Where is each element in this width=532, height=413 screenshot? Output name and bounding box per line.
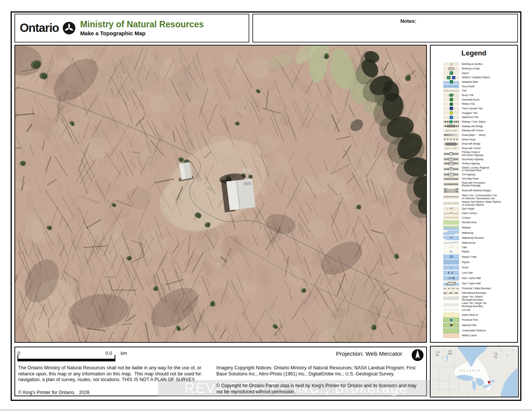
legend-label: Greenbelt Route [462,98,480,101]
road-tunnel-symbol-icon [443,147,459,150]
parcel-copyright-text: © Copyright for Ontario Parcel data is h… [216,383,423,395]
legend-item: Lock Gate [443,271,515,275]
legend-item: Bruce Trail [443,93,515,97]
inset-label-ontario: ONTARIO [460,369,481,372]
legend-item: Road with Tunnel [443,147,515,150]
prov-bdy-symbol-icon [443,287,459,290]
legend-item: 7Primary, Kings or 400 Series Highway [443,151,515,156]
legend-item: ≈Falls [443,245,515,249]
legend-item: 28District, County, Regional or Municipa… [443,166,515,172]
greenbelt-symbol-icon [443,98,459,101]
notes-label: Notes: [400,18,416,24]
legend-item: Rideau Trail [443,102,515,106]
legend-label: Falls [462,246,467,249]
trail-symbol-icon [443,89,459,93]
legend-label: District, County, Regional or Municipal … [462,166,489,172]
index-contour-symbol-icon: 200 [443,211,459,215]
legend-label: Railway with Bridge [462,125,483,128]
inset-label-ca-qc: CA [494,352,497,355]
legend-item: International Boundary [443,291,515,295]
road-bridge-symbol-icon [443,142,459,146]
cons-reserve-symbol-icon [443,328,459,333]
legend-item: Lower Tier \ Single Tier Municipal Bound… [443,302,515,307]
legend-item: Contour [443,216,515,219]
legend-item: Provincial \ State Boundary [443,287,515,290]
legend-item: Dam \ Hydro Wall [443,276,515,281]
legend-label: Rapids [462,261,469,264]
topographic-map-page: Ontario Ministry of Natural Resources Ma… [0,0,532,413]
legend-item: Road with Permanent Blocked Passage [443,181,515,187]
page-edge-line [0,410,532,410]
hwy-district-symbol-icon: 28 [443,167,459,171]
contour-symbol-icon [443,216,459,219]
wb-elev-symbol-icon: 178 [443,236,459,240]
legend-item: Dam \ Hydro Wall [443,281,515,286]
legend-label: Road with Address Ranges [462,189,491,192]
legend-label: Bruce Trail [462,94,474,97]
legend-item: Building to Scale [443,67,515,71]
prov-park-symbol-icon [443,318,459,322]
rapids-falls-symbol-icon [443,254,459,259]
legend-label: Provincial Park [462,318,478,322]
legend-item: Conservation Reserve [443,328,515,333]
lock-gate-symbol-icon [443,271,459,275]
legend-item: Trail [443,89,515,93]
legend-item: Wetland [443,225,515,230]
legend-label: Contour [462,216,471,219]
legend-label: Building to Scale [462,67,480,70]
upper-bdy-symbol-icon [443,296,459,300]
rail-bridge-symbol-icon [443,124,459,128]
winter-road-symbol-icon [443,137,459,141]
aerial-imagery-map [15,46,426,342]
legend-item: Indian Reserve [443,313,515,317]
legend-label: International Boundary [462,292,486,295]
road-major-symbol-icon [443,133,459,137]
bld-scale-symbol-icon [443,67,459,71]
legend-item: Provincial Park [443,318,515,322]
addr-symbol-icon: 600500421491 [443,188,459,194]
spot-symbol-icon: 368 [443,207,459,211]
legend-label: Road (Major → Minor) [462,134,486,137]
legend-label: Index Contour [462,212,477,215]
legend-item: Rocks [443,265,515,270]
legend-item: Road (Major → Minor) [443,133,515,137]
legend-label: Waterbody [462,232,474,235]
legend-label: Voyageur Trail [462,112,477,115]
legend-label: Trans Canada Trail [462,107,482,110]
legend-label: Wetland [462,226,471,229]
lot-line-symbol-icon [443,308,459,312]
legend-label: Rideau Trail [462,102,475,106]
intl-bdy-symbol-icon [443,291,459,295]
hwy-toll-symbol-icon: 407 [443,173,459,177]
rail-tunnel-symbol-icon [443,129,459,132]
dam1-symbol-icon [443,276,459,281]
waterfront-symbol-icon [443,115,459,119]
svg-text:MB: MB [448,352,452,355]
legend-label: Lower Tier \ Single Tier Municipal Bound… [462,302,486,307]
pipeline-symbol-icon [443,202,459,205]
legend-label: Trail [462,89,466,92]
tct-symbol-icon [443,107,459,110]
legend-item: 178Waterbody Elevation [443,236,515,240]
legend-item: Waterbody [443,230,515,235]
falls-symbol-icon: ≈ [443,245,459,249]
legend-label: Waterfront Trail [462,116,478,119]
oneway-symbol-icon: → [443,177,459,181]
wooded-symbol-icon [443,220,459,225]
legend-label: Waterbody Elevation [462,236,484,240]
legend-label: Primary, Kings or 400 Series Highway [462,151,483,156]
legend-item: →One Way Road [443,177,515,181]
legend-label: Lot Line [462,309,471,312]
legend-item: Voyageur Trail [443,111,515,115]
voyageur-symbol-icon [443,111,459,115]
header-titles: Ministry of Natural Resources Make a Top… [80,20,204,36]
wetland-symbol-icon [443,225,459,230]
legend-label: Dam \ Hydro Wall [462,282,481,285]
legend-label: Secondary Highway [462,158,483,161]
legend-item: Rapids [443,260,515,265]
seaplane-symbol-icon: ⚓ [443,80,459,84]
legend-item: Watercourse [443,241,515,245]
legend-item: ⚓Seaplane Base [443,80,515,84]
svg-text:SK: SK [436,354,439,356]
blocked-symbol-icon [443,182,459,186]
